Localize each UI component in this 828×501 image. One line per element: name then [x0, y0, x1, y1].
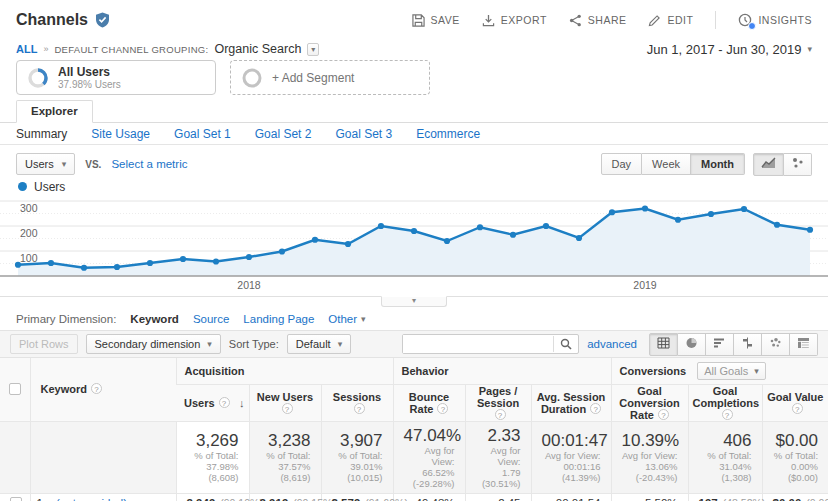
channel-grouping-label: DEFAULT CHANNEL GROUPING: [54, 44, 208, 55]
all-goals-dropdown[interactable]: All Goals ▾ [697, 362, 766, 380]
chart-point[interactable] [708, 211, 714, 217]
column-header-sessions[interactable]: Sessions? [321, 384, 393, 421]
chart-point[interactable] [48, 260, 54, 266]
column-header-goal-value[interactable]: Goal Value? [762, 384, 828, 421]
dimension-other-dropdown[interactable]: Other ▾ [328, 313, 365, 325]
insights-icon [738, 13, 752, 27]
advanced-search-link[interactable]: advanced [587, 338, 637, 350]
granularity-day-button[interactable]: Day [601, 153, 643, 175]
date-range-selector[interactable]: Jun 1, 2017 - Jun 30, 2019 ▾ [647, 42, 812, 57]
chart-point[interactable] [807, 227, 813, 233]
chart-point[interactable] [609, 209, 615, 215]
chart-point[interactable] [213, 258, 219, 264]
secondary-dimension-dropdown[interactable]: Secondary dimension ▾ [86, 334, 221, 354]
breadcrumb-all-link[interactable]: ALL [16, 43, 37, 55]
chart-point[interactable] [345, 241, 351, 247]
pivot-view-button[interactable] [790, 333, 818, 356]
sort-type-dropdown[interactable]: Default ▾ [287, 334, 351, 354]
performance-view-icon [713, 337, 726, 352]
chart-point[interactable] [675, 217, 681, 223]
data-table-view-button[interactable] [649, 333, 678, 356]
chart-point[interactable] [279, 248, 285, 254]
chart-point[interactable] [774, 222, 780, 228]
dimension-source[interactable]: Source [193, 313, 229, 325]
subnav-goal-set-1[interactable]: Goal Set 1 [174, 127, 231, 141]
percentage-view-button[interactable] [678, 333, 706, 356]
help-icon[interactable]: ? [792, 403, 803, 414]
chart-point[interactable] [180, 256, 186, 262]
chart-point[interactable] [741, 206, 747, 212]
save-button[interactable]: SAVE [412, 14, 460, 27]
term-cloud-view-button[interactable] [762, 333, 790, 356]
chart-point[interactable] [246, 254, 252, 260]
sort-descending-icon[interactable]: ↓ [239, 397, 245, 409]
subnav-goal-set-3[interactable]: Goal Set 3 [335, 127, 392, 141]
line-chart-view-button[interactable] [753, 153, 784, 176]
segment-all-users[interactable]: All Users 37.98% Users [16, 60, 216, 95]
select-metric-link[interactable]: Select a metric [111, 158, 187, 170]
search-input[interactable] [403, 335, 553, 353]
edit-button[interactable]: EDIT [648, 14, 693, 27]
column-header-pages-session[interactable]: Pages / Session? [465, 384, 531, 421]
insights-button[interactable]: INSIGHTS [738, 13, 812, 27]
total-goal-completions: 406% of Total: 31.04%(1,308) [688, 421, 762, 493]
export-button[interactable]: EXPORT [482, 14, 547, 27]
motion-chart-view-button[interactable] [784, 153, 812, 176]
metric-selector[interactable]: Users ▾ [16, 153, 75, 175]
search-icon[interactable] [553, 336, 578, 352]
dimension-landing-page[interactable]: Landing Page [243, 313, 314, 325]
granularity-week-button[interactable]: Week [642, 153, 691, 175]
comparison-view-button[interactable] [734, 333, 762, 356]
help-icon[interactable]: ? [91, 383, 102, 394]
help-icon[interactable]: ? [354, 403, 365, 414]
select-all-checkbox[interactable] [9, 383, 21, 395]
chart-point[interactable] [642, 205, 648, 211]
chart-point[interactable] [411, 228, 417, 234]
app-header: Channels SAVE EXPORT SHARE EDIT INSIG [0, 0, 828, 40]
timeseries-chart[interactable]: 10020030020182019 [0, 194, 828, 296]
chart-point[interactable] [312, 237, 318, 243]
column-header-keyword[interactable]: Keyword? [30, 358, 176, 421]
column-header-users[interactable]: Users?↓ [176, 384, 249, 421]
chart-collapse-handle[interactable]: ▾ [381, 296, 447, 307]
subnav-ecommerce[interactable]: Ecommerce [416, 127, 480, 141]
subnav-goal-set-2[interactable]: Goal Set 2 [255, 127, 312, 141]
channel-grouping-dropdown[interactable]: ▾ [307, 43, 319, 56]
column-header-bounce-rate[interactable]: Bounce Rate? [393, 384, 465, 421]
chart-point[interactable] [510, 232, 516, 238]
chart-point[interactable] [477, 224, 483, 230]
plot-rows-button[interactable]: Plot Rows [10, 334, 78, 354]
chart-point[interactable] [81, 265, 87, 271]
help-icon[interactable]: ? [658, 409, 669, 420]
add-segment-button[interactable]: + Add Segment [230, 60, 430, 95]
subnav-site-usage[interactable]: Site Usage [91, 127, 150, 141]
chevron-down-icon: ▾ [807, 44, 812, 54]
page-title: Channels [16, 11, 88, 29]
granularity-month-button[interactable]: Month [691, 153, 745, 175]
dimension-keyword[interactable]: Keyword [130, 313, 179, 325]
column-header-new-users[interactable]: New Users? [249, 384, 321, 421]
chart-point[interactable] [543, 223, 549, 229]
help-icon[interactable]: ? [219, 397, 230, 408]
column-header-avg-session-duration[interactable]: Avg. Session Duration? [531, 384, 611, 421]
column-header-goal-completions[interactable]: Goal Completions? [688, 384, 762, 421]
help-icon[interactable]: ? [590, 403, 601, 414]
chart-point[interactable] [444, 238, 450, 244]
help-icon[interactable]: ? [495, 409, 506, 420]
help-icon[interactable]: ? [282, 403, 293, 414]
report-tab-bar: Explorer [0, 100, 828, 123]
column-header-goal-conversion-rate[interactable]: Goal Conversion Rate? [611, 384, 688, 421]
row-checkbox[interactable] [10, 497, 22, 501]
keyword-link[interactable]: (not provided) [56, 497, 127, 501]
chart-point[interactable] [114, 264, 120, 270]
chart-point[interactable] [576, 235, 582, 241]
help-icon[interactable]: ? [722, 409, 733, 420]
tab-explorer[interactable]: Explorer [16, 100, 93, 123]
chart-point[interactable] [147, 260, 153, 266]
chart-point[interactable] [378, 223, 384, 229]
chart-point[interactable] [15, 262, 21, 268]
share-button[interactable]: SHARE [569, 14, 627, 27]
performance-view-button[interactable] [706, 333, 734, 356]
subnav-summary[interactable]: Summary [16, 127, 67, 141]
help-icon[interactable]: ? [437, 403, 448, 414]
